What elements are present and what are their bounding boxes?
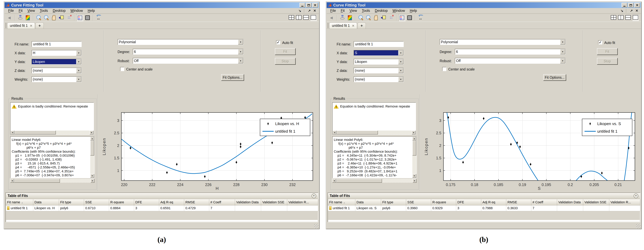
column-header-validation-sse[interactable]: Validation SSE xyxy=(261,199,287,205)
scrollbar-track[interactable] xyxy=(14,179,90,183)
close-button[interactable]: ✕ xyxy=(634,3,640,7)
column-header-fit-name[interactable]: Fit name▵ xyxy=(6,199,33,205)
scroll-right-icon[interactable]: ► xyxy=(412,131,416,134)
fit-row[interactable]: untitled fit 1Likopen vs. Spoly60.39600.… xyxy=(328,205,640,211)
robust-dropdown[interactable]: Off ▼ xyxy=(455,58,566,64)
tab-close-icon[interactable]: ✕ xyxy=(352,24,354,27)
scrollbar-thumb[interactable] xyxy=(412,141,416,156)
new-tab-button[interactable]: + xyxy=(36,22,44,29)
dropdown-arrow-icon[interactable]: ▼ xyxy=(398,59,404,64)
column-header-dfe[interactable]: DFE xyxy=(134,199,159,205)
layout-quad-button[interactable] xyxy=(610,15,617,21)
layout-two-vertical-button[interactable] xyxy=(618,15,624,21)
scrollbar-thumb[interactable] xyxy=(90,141,94,156)
x-data-dropdown[interactable]: H ▼ xyxy=(32,50,82,56)
plot-canvas[interactable]: 0.1750.180.1850.190.1950.20.2050.2111.52… xyxy=(421,94,641,192)
scrollbar-thumb[interactable] xyxy=(336,179,382,183)
stop-button[interactable]: Stop xyxy=(275,58,296,65)
axes-limits-button[interactable]: ↔ xyxy=(417,14,424,21)
plot-canvas[interactable]: 22022222422622823023211.522.53HLikopenLi… xyxy=(98,94,319,192)
results-vertical-scrollbar[interactable]: ▲ ▼ xyxy=(412,137,416,178)
fit-button[interactable]: Fit xyxy=(275,48,296,55)
minimize-button[interactable] xyxy=(300,3,305,7)
layout-two-vertical-button[interactable] xyxy=(296,15,302,21)
close-button[interactable]: ✕ xyxy=(312,3,318,7)
menu-fit[interactable]: Fit xyxy=(16,8,25,13)
menu-file[interactable]: File xyxy=(328,8,338,13)
column-header-sse[interactable]: SSE xyxy=(406,199,431,205)
grid-button[interactable] xyxy=(84,14,91,21)
column-header--coeff[interactable]: # Coeff xyxy=(531,199,557,205)
warning-horizontal-scrollbar[interactable]: ◄ ► xyxy=(332,131,416,134)
scroll-right-icon[interactable]: ► xyxy=(90,179,94,183)
menu-help[interactable]: Help xyxy=(407,8,419,13)
menu-view[interactable]: View xyxy=(347,8,360,13)
menu-desktop[interactable]: Desktop xyxy=(372,8,390,13)
layout-two-horizontal-button[interactable] xyxy=(625,15,631,21)
rotate-3d-button[interactable] xyxy=(17,14,24,21)
degree-dropdown[interactable]: 6 ▼ xyxy=(133,49,244,55)
data-cursor-button[interactable] xyxy=(380,14,387,21)
scroll-down-icon[interactable]: ▼ xyxy=(412,174,416,178)
undock-icon[interactable]: ↗ xyxy=(308,9,310,13)
close-document-icon[interactable]: ✕ xyxy=(636,9,638,13)
legend-button[interactable] xyxy=(76,14,84,21)
data-cursor-button[interactable] xyxy=(58,14,65,21)
menu-tools[interactable]: Tools xyxy=(360,8,372,13)
auto-fit-checkbox[interactable]: ✓ xyxy=(276,40,280,44)
plot-legend[interactable]: Likopen vs. Huntitled fit 1 xyxy=(260,119,310,136)
warning-horizontal-scrollbar[interactable]: ◄ ► xyxy=(10,131,94,134)
dock-icon[interactable]: ↘ xyxy=(620,9,626,13)
scrollbar-track[interactable] xyxy=(90,141,94,174)
menu-tools[interactable]: Tools xyxy=(37,8,50,13)
scroll-up-icon[interactable]: ▲ xyxy=(412,137,416,141)
column-header-fit-type[interactable]: Fit type xyxy=(381,199,406,205)
resize-grip[interactable] xyxy=(636,224,640,228)
colormap-button[interactable] xyxy=(24,14,31,21)
rotate-3d-button[interactable] xyxy=(339,14,346,21)
results-horizontal-scrollbar[interactable]: ◄ ► xyxy=(10,179,94,183)
exclude-outliers-button[interactable]: ∷ xyxy=(388,14,394,21)
dropdown-arrow-icon[interactable]: ▼ xyxy=(398,50,404,55)
column-header-r-square[interactable]: R-square xyxy=(109,199,134,205)
scroll-left-icon[interactable]: ◄ xyxy=(10,179,14,183)
results-text-box[interactable]: Linear model Poly6: f(x) = p1*x^6 + p2*x… xyxy=(332,136,416,178)
select-arrow-button[interactable]: ◄ xyxy=(6,14,13,21)
collapse-panel-button[interactable]: ▼ xyxy=(312,194,316,198)
dropdown-arrow-icon[interactable]: ▼ xyxy=(398,77,404,82)
tab-untitled-fit-1[interactable]: untitled fit 1 ✕ xyxy=(7,22,35,29)
maximize-button[interactable] xyxy=(306,3,312,7)
column-header-rmse[interactable]: RMSE xyxy=(506,199,531,205)
grid-button[interactable] xyxy=(406,14,413,21)
center-and-scale-checkbox[interactable] xyxy=(120,67,124,71)
undock-icon[interactable]: ↗ xyxy=(630,9,632,13)
zoom-out-button[interactable]: − xyxy=(43,14,50,21)
column-header-data[interactable]: Data xyxy=(355,199,381,205)
zoom-in-button[interactable]: + xyxy=(35,14,42,21)
maximize-button[interactable] xyxy=(628,3,634,7)
dropdown-arrow-icon[interactable]: ▼ xyxy=(238,39,243,44)
stop-button[interactable]: Stop xyxy=(597,58,618,65)
column-header-dfe[interactable]: DFE xyxy=(456,199,481,205)
dropdown-arrow-icon[interactable]: ▼ xyxy=(560,49,565,54)
tab-close-icon[interactable]: ✕ xyxy=(30,24,32,27)
fit-name-input[interactable] xyxy=(32,41,82,47)
column-header-validation-r-[interactable]: Validation R... xyxy=(287,199,318,205)
tab-grip[interactable] xyxy=(6,23,6,28)
collapse-panel-button[interactable]: ▼ xyxy=(634,194,638,198)
fit-options-button[interactable]: Fit Options... xyxy=(221,74,244,81)
z-data-dropdown[interactable]: (none) ▼ xyxy=(32,68,82,73)
x-data-dropdown[interactable]: S ▼ xyxy=(354,50,404,56)
table-of-fits-header[interactable]: Table of Fits ▼ xyxy=(6,193,318,199)
column-header-adj-r-sq[interactable]: Adj R-sq xyxy=(159,199,184,205)
robust-dropdown[interactable]: Off ▼ xyxy=(133,58,244,64)
new-tab-button[interactable]: + xyxy=(358,22,366,29)
scroll-right-icon[interactable]: ► xyxy=(90,131,94,134)
dropdown-arrow-icon[interactable]: ▼ xyxy=(238,58,243,63)
column-header-adj-r-sq[interactable]: Adj R-sq xyxy=(481,199,506,205)
scroll-up-icon[interactable]: ▲ xyxy=(90,137,94,141)
dropdown-arrow-icon[interactable]: ▼ xyxy=(76,68,81,73)
plot-legend[interactable]: Likopen vs. Suntitled fit 1 xyxy=(582,119,632,136)
menu-view[interactable]: View xyxy=(25,8,37,13)
column-header-fit-type[interactable]: Fit type xyxy=(59,199,84,205)
